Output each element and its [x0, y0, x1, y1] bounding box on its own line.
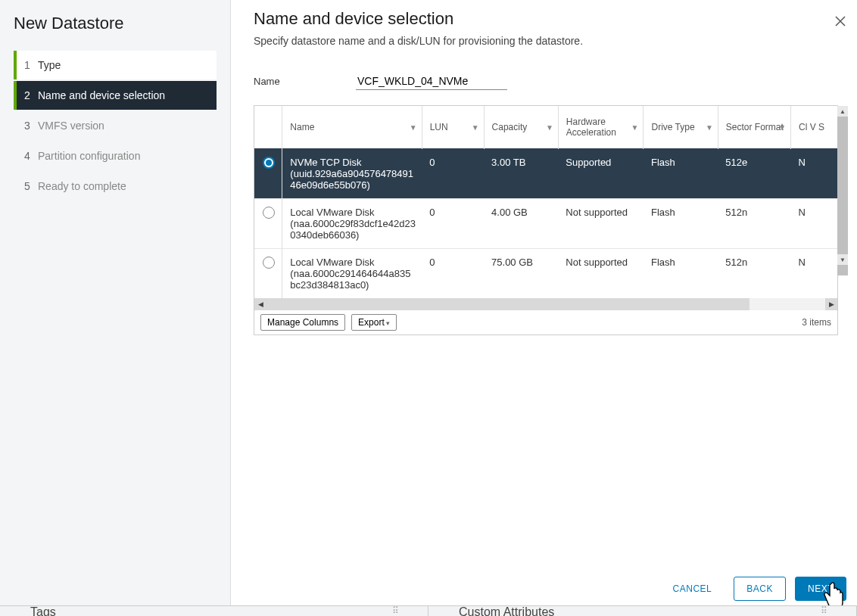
col-select [254, 106, 282, 149]
cell-capacity: 3.00 TB [484, 149, 558, 199]
cell-sector: 512n [718, 249, 790, 299]
filter-icon[interactable]: ▼ [410, 123, 417, 132]
col-name[interactable]: Name▼ [282, 106, 422, 149]
wizard-step-3: 3VMFS version [14, 111, 217, 140]
cell-capacity: 75.00 GB [484, 249, 558, 299]
table-horizontal-scrollbar[interactable]: ◀ ▶ [254, 298, 837, 310]
step-number: 4 [24, 150, 38, 162]
main-panel: Name and device selection Specify datast… [231, 0, 857, 616]
back-button[interactable]: BACK [734, 577, 786, 601]
cell-clustered: N [791, 199, 837, 249]
table-row[interactable]: Local VMware Disk (naa.6000c29f83dcf1e42… [254, 199, 837, 249]
table-row[interactable]: Local VMware Disk (naa.6000c291464644a83… [254, 249, 837, 299]
col-lun[interactable]: LUN▼ [422, 106, 484, 149]
step-label: VMFS version [38, 120, 104, 132]
cell-lun: 0 [422, 249, 484, 299]
step-number: 2 [24, 89, 38, 101]
scroll-up-icon[interactable]: ▲ [837, 106, 848, 117]
cell-drivetype: Flash [644, 149, 718, 199]
cell-clustered: N [791, 149, 837, 199]
cell-hwaccel: Not supported [558, 249, 644, 299]
step-number: 3 [24, 120, 38, 132]
cell-drivetype: Flash [644, 199, 718, 249]
step-number: 5 [24, 180, 38, 192]
tags-panel[interactable]: Tags ⠿ [0, 605, 428, 616]
wizard-step-1[interactable]: 1Type [14, 51, 217, 79]
step-label: Ready to complete [38, 180, 126, 192]
cell-clustered: N [791, 249, 837, 299]
device-table: Name▼ LUN▼ Capacity▼ Hardware Accelerati… [254, 105, 838, 335]
col-clustered[interactable]: Cl V S [791, 106, 837, 149]
cell-lun: 0 [422, 149, 484, 199]
cell-drivetype: Flash [644, 249, 718, 299]
datastore-name-input[interactable] [356, 73, 507, 90]
scroll-down-icon[interactable]: ▼ [837, 254, 848, 265]
step-label: Type [38, 59, 61, 71]
cell-capacity: 4.00 GB [484, 199, 558, 249]
export-button[interactable]: Export [351, 314, 397, 331]
wizard-step-2: 2Name and device selection [14, 81, 217, 110]
filter-icon[interactable]: ▼ [546, 123, 553, 132]
col-sector[interactable]: Sector Format▼ [718, 106, 790, 149]
wizard-step-4: 4Partition configuration [14, 142, 217, 170]
cell-hwaccel: Supported [558, 149, 644, 199]
col-drivetype[interactable]: Drive Type▼ [644, 106, 718, 149]
page-subtitle: Specify datastore name and a disk/LUN fo… [254, 35, 834, 47]
step-label: Partition configuration [38, 150, 140, 162]
filter-icon[interactable]: ▼ [778, 123, 786, 132]
cancel-button[interactable]: CANCEL [660, 577, 725, 601]
custom-attributes-panel[interactable]: Custom Attributes ⠿ [428, 605, 857, 616]
col-hwaccel[interactable]: Hardware Acceleration▼ [558, 106, 644, 149]
step-label: Name and device selection [38, 89, 165, 101]
wizard-title: New Datastore [0, 0, 230, 50]
table-vertical-scrollbar[interactable]: ▲ ▼ [837, 106, 848, 265]
cell-sector: 512e [718, 149, 790, 199]
close-button[interactable] [831, 12, 849, 30]
table-body: NVMe TCP Disk (uuid.929a6a90457647849146… [254, 149, 837, 299]
wizard-steps: 1Type2Name and device selection3VMFS ver… [0, 50, 230, 201]
scroll-left-icon[interactable]: ◀ [254, 298, 266, 310]
cell-name: Local VMware Disk (naa.6000c291464644a83… [282, 249, 422, 299]
manage-columns-button[interactable]: Manage Columns [260, 314, 345, 331]
row-radio[interactable] [263, 257, 275, 269]
cell-name: Local VMware Disk (naa.6000c29f83dcf1e42… [282, 199, 422, 249]
cell-name: NVMe TCP Disk (uuid.929a6a90457647849146… [282, 149, 422, 199]
step-number: 1 [24, 59, 38, 71]
filter-icon[interactable]: ▼ [706, 123, 713, 132]
next-button[interactable]: NEXT [795, 577, 846, 601]
wizard-sidebar: New Datastore 1Type2Name and device sele… [0, 0, 231, 616]
wizard-footer: CANCEL BACK NEXT [660, 577, 846, 601]
filter-icon[interactable]: ▼ [631, 123, 639, 132]
cell-sector: 512n [718, 199, 790, 249]
wizard-step-5: 5Ready to complete [14, 172, 217, 201]
row-radio[interactable] [263, 157, 275, 169]
row-radio[interactable] [263, 207, 275, 219]
bottom-panels: Tags ⠿ Custom Attributes ⠿ [0, 605, 857, 616]
grip-icon[interactable]: ⠿ [821, 605, 827, 616]
grip-icon[interactable]: ⠿ [392, 605, 399, 616]
scroll-right-icon[interactable]: ▶ [825, 298, 837, 310]
cell-lun: 0 [422, 199, 484, 249]
filter-icon[interactable]: ▼ [472, 123, 479, 132]
cell-hwaccel: Not supported [558, 199, 644, 249]
table-row[interactable]: NVMe TCP Disk (uuid.929a6a90457647849146… [254, 149, 837, 199]
name-label: Name [254, 76, 356, 87]
items-count: 3 items [802, 317, 831, 328]
page-title: Name and device selection [254, 9, 834, 29]
col-capacity[interactable]: Capacity▼ [484, 106, 558, 149]
